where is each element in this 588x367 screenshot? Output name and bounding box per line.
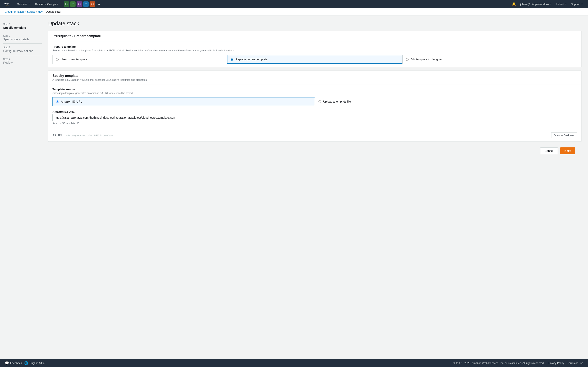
prerequisite-card-body: Prepare template Every stack is based on… bbox=[48, 42, 581, 67]
step-3-item[interactable]: Step 3 Configure stack options bbox=[3, 44, 42, 55]
shortcut-icon-4[interactable]: ⬡ bbox=[83, 1, 89, 7]
s3-url-generated-placeholder: Will be generated when URL is provided bbox=[66, 134, 113, 137]
prerequisite-card: Prerequisite - Prepare template Prepare … bbox=[48, 31, 581, 67]
use-current-template-option[interactable]: Use current template bbox=[52, 55, 227, 64]
copyright-text: © 2008 - 2020, Amazon Web Services, Inc.… bbox=[453, 361, 545, 365]
step-2-item[interactable]: Step 2 Specify stack details bbox=[3, 32, 42, 44]
step-3-label: Step 3 bbox=[3, 46, 42, 49]
template-source-options: Amazon S3 URL Upload a template file bbox=[52, 97, 577, 106]
language-label: English (US) bbox=[30, 361, 44, 365]
s3-url-prefix-text: S3 URL: bbox=[52, 134, 63, 137]
specify-template-card-header: Specify template A template is a JSON or… bbox=[48, 71, 581, 84]
notifications-icon[interactable]: 🔔 bbox=[510, 2, 518, 6]
breadcrumb-sep-2: › bbox=[36, 10, 37, 13]
template-source-hint: Selecting a template generates an Amazon… bbox=[52, 92, 577, 95]
step-4-label: Step 4 bbox=[3, 58, 42, 60]
nav-right: 🔔 johan @ tti-ops-sandbox ▼ Ireland ▼ Su… bbox=[510, 0, 585, 8]
step-4-item[interactable]: Step 4 Review bbox=[3, 55, 42, 67]
feedback-icon: 💬 bbox=[5, 361, 9, 365]
feedback-label: Feedback bbox=[10, 361, 22, 365]
support-chevron-icon: ▼ bbox=[581, 3, 583, 5]
step-1-item[interactable]: Step 1 Specify template bbox=[3, 20, 42, 32]
feedback-item[interactable]: 💬 Feedback bbox=[5, 361, 22, 365]
user-chevron-icon: ▼ bbox=[550, 3, 552, 5]
template-source-label: Template source bbox=[52, 88, 577, 91]
action-bar: Cancel Next bbox=[48, 145, 581, 157]
edit-designer-radio[interactable] bbox=[406, 58, 408, 61]
use-current-label: Use current template bbox=[61, 58, 87, 61]
page-title: Update stack bbox=[48, 20, 581, 27]
amazon-s3-option[interactable]: Amazon S3 URL bbox=[52, 97, 315, 106]
shortcut-icon-5[interactable]: ⬡ bbox=[90, 1, 95, 7]
s3-url-sublabel: Amazon S3 template URL bbox=[52, 122, 577, 125]
specify-template-card-body: Template source Selecting a template gen… bbox=[48, 84, 581, 142]
breadcrumb-sep-1: › bbox=[25, 10, 26, 13]
step-4-title: Review bbox=[3, 61, 42, 64]
s3-generated-url-line: S3 URL: Will be generated when URL is pr… bbox=[52, 129, 577, 138]
replace-current-radio[interactable] bbox=[231, 58, 233, 61]
breadcrumb-sep-3: › bbox=[44, 10, 44, 13]
content-area: Update stack Prerequisite - Prepare temp… bbox=[45, 16, 588, 359]
resource-groups-chevron-icon: ▼ bbox=[57, 3, 59, 5]
amazon-s3-label: Amazon S3 URL bbox=[61, 100, 82, 103]
upload-file-option[interactable]: Upload a template file bbox=[315, 97, 577, 106]
amazon-s3-radio[interactable] bbox=[56, 100, 59, 103]
upload-file-label: Upload a template file bbox=[323, 100, 351, 103]
breadcrumb-current: Update stack bbox=[46, 10, 61, 13]
s3-url-section: Amazon S3 URL Amazon S3 template URL bbox=[52, 110, 577, 125]
bookmark-icon[interactable]: ★ bbox=[96, 1, 102, 7]
step-3-title: Configure stack options bbox=[3, 49, 42, 53]
use-current-radio[interactable] bbox=[56, 58, 59, 61]
footer-right: © 2008 - 2020, Amazon Web Services, Inc.… bbox=[453, 361, 583, 365]
privacy-policy-link[interactable]: Privacy Policy bbox=[548, 361, 564, 365]
footer: 💬 Feedback 🌐 English (US) © 2008 - 2020,… bbox=[0, 359, 588, 367]
specify-template-card: Specify template A template is a JSON or… bbox=[48, 71, 581, 142]
specify-template-card-title: Specify template bbox=[52, 74, 577, 78]
edit-designer-option[interactable]: Edit template in designer bbox=[402, 55, 577, 64]
nav-shortcuts: ⬡ ⬡ ⬡ ⬡ ⬡ ★ bbox=[64, 1, 102, 7]
globe-icon: 🌐 bbox=[24, 361, 28, 365]
step-2-title: Specify stack details bbox=[3, 38, 42, 41]
services-chevron-icon: ▼ bbox=[28, 3, 30, 5]
shortcut-icon-1[interactable]: ⬡ bbox=[64, 1, 69, 7]
s3-url-prefix: S3 URL: Will be generated when URL is pr… bbox=[52, 134, 113, 137]
terms-of-use-link[interactable]: Terms of Use bbox=[567, 361, 583, 365]
replace-current-template-option[interactable]: Replace current template bbox=[227, 55, 402, 64]
footer-left: 💬 Feedback 🌐 English (US) bbox=[5, 361, 44, 365]
breadcrumb-cloudformation[interactable]: CloudFormation bbox=[5, 10, 24, 13]
user-menu[interactable]: johan @ tti-ops-sandbox ▼ bbox=[519, 0, 553, 8]
top-nav: Services ▼ Resource Groups ▼ ⬡ ⬡ ⬡ ⬡ ⬡ ★… bbox=[0, 0, 588, 8]
prerequisite-card-header: Prerequisite - Prepare template bbox=[48, 31, 581, 42]
prepare-template-options: Use current template Replace current tem… bbox=[52, 55, 577, 64]
shortcut-icon-3[interactable]: ⬡ bbox=[77, 1, 82, 7]
prerequisite-card-title: Prerequisite - Prepare template bbox=[52, 34, 577, 38]
shortcut-icon-2[interactable]: ⬡ bbox=[70, 1, 76, 7]
step-2-label: Step 2 bbox=[3, 34, 42, 37]
prepare-description: Every stack is based on a template. A te… bbox=[52, 49, 577, 52]
language-item[interactable]: 🌐 English (US) bbox=[24, 361, 44, 365]
step-1-title: Specify template bbox=[3, 26, 42, 29]
specify-template-description: A template is a JSON or YAML file that d… bbox=[52, 78, 577, 81]
breadcrumb: CloudFormation › Stacks › dev › Update s… bbox=[0, 8, 588, 16]
s3-url-label: Amazon S3 URL bbox=[52, 110, 577, 113]
aws-logo[interactable] bbox=[3, 1, 13, 8]
main-layout: Step 1 Specify template Step 2 Specify s… bbox=[0, 16, 588, 359]
s3-url-input[interactable] bbox=[52, 114, 577, 121]
cancel-button[interactable]: Cancel bbox=[540, 147, 558, 154]
edit-designer-label: Edit template in designer bbox=[411, 58, 442, 61]
region-menu[interactable]: Ireland ▼ bbox=[554, 0, 569, 8]
step-1-label: Step 1 bbox=[3, 23, 42, 26]
breadcrumb-stacks[interactable]: Stacks bbox=[27, 10, 35, 13]
support-menu[interactable]: Support ▼ bbox=[570, 0, 585, 8]
prepare-label: Prepare template bbox=[52, 45, 577, 48]
region-chevron-icon: ▼ bbox=[565, 3, 567, 5]
resource-groups-menu[interactable]: Resource Groups ▼ bbox=[34, 0, 61, 8]
breadcrumb-dev[interactable]: dev bbox=[38, 10, 43, 13]
next-button[interactable]: Next bbox=[560, 147, 575, 154]
view-in-designer-button[interactable]: View in Designer bbox=[551, 132, 577, 138]
upload-file-radio[interactable] bbox=[319, 100, 321, 103]
sidebar: Step 1 Specify template Step 2 Specify s… bbox=[0, 16, 45, 359]
replace-current-label: Replace current template bbox=[235, 58, 267, 61]
services-menu[interactable]: Services ▼ bbox=[16, 0, 32, 8]
